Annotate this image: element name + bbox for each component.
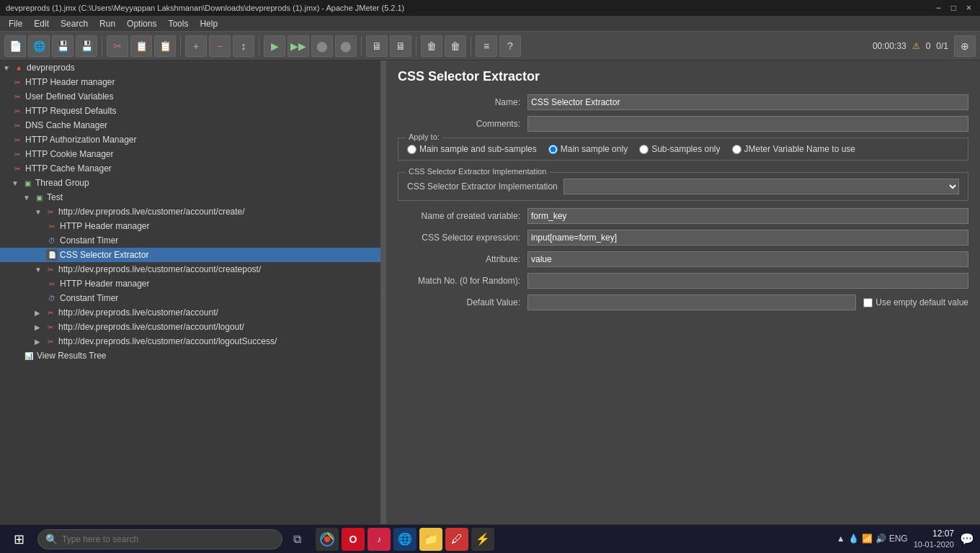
icon-dns-cache: ✂ bbox=[12, 120, 23, 131]
toggle-test[interactable]: ▼ bbox=[23, 194, 32, 202]
radio-main-sub[interactable]: Main sample and sub-samples bbox=[407, 144, 537, 154]
save-as-button[interactable]: 💾 bbox=[76, 35, 97, 57]
run-no-pause[interactable]: ▶▶ bbox=[288, 35, 309, 57]
app-jmeter[interactable]: ⚡ bbox=[471, 528, 494, 551]
tree-item-css-selector[interactable]: 📄 CSS Selector Extractor bbox=[0, 248, 380, 262]
help-button[interactable]: ? bbox=[499, 35, 521, 57]
toggle-button[interactable]: ↕ bbox=[233, 35, 254, 57]
toggle-createpost[interactable]: ▼ bbox=[35, 266, 43, 274]
radio-main-sub-label: Main sample and sub-samples bbox=[419, 144, 537, 154]
tree-item-constant-timer2[interactable]: ⏱ Constant Timer bbox=[0, 291, 380, 305]
notification-button[interactable]: 💬 bbox=[960, 532, 974, 546]
menu-options[interactable]: Options bbox=[121, 17, 162, 30]
tree-item-thread-group[interactable]: ▼ ▣ Thread Group bbox=[0, 176, 380, 190]
css-expr-input[interactable] bbox=[527, 230, 968, 246]
run-button[interactable]: ▶ bbox=[264, 35, 285, 57]
default-value-input[interactable] bbox=[527, 295, 856, 310]
app-chrome[interactable] bbox=[316, 528, 339, 551]
label-view-results: View Results Tree bbox=[37, 351, 107, 361]
save-button[interactable]: 💾 bbox=[52, 35, 74, 57]
cut-button[interactable]: ✂ bbox=[107, 35, 128, 57]
use-empty-label[interactable]: Use empty default value bbox=[863, 297, 968, 307]
tree-item-devpreprods[interactable]: ▼ 🔺 devpreprods bbox=[0, 60, 380, 75]
remote-start[interactable]: 🖥 bbox=[366, 35, 388, 57]
tree-item-http-header[interactable]: ✂ HTTP Header manager bbox=[0, 75, 380, 89]
tree-item-account[interactable]: ▶ ✂ http://dev.preprods.live/customer/ac… bbox=[0, 305, 380, 320]
tree-item-constant-timer[interactable]: ⏱ Constant Timer bbox=[0, 233, 380, 248]
comments-input[interactable] bbox=[527, 116, 968, 132]
tree-item-http-request-defaults[interactable]: ✂ HTTP Request Defaults bbox=[0, 104, 380, 118]
app-explorer[interactable]: 📁 bbox=[419, 528, 442, 551]
remote-engine-button[interactable]: ⊕ bbox=[954, 35, 976, 57]
toggle-account[interactable]: ▶ bbox=[35, 309, 43, 317]
shutdown-button[interactable]: ⬤ bbox=[335, 35, 357, 57]
clear-button[interactable]: 🗑 bbox=[421, 35, 442, 57]
tree-item-http-auth[interactable]: ✂ HTTP Authorization Manager bbox=[0, 132, 380, 147]
collapse-button[interactable]: − bbox=[209, 35, 231, 57]
menu-edit[interactable]: Edit bbox=[28, 17, 55, 30]
radio-sub-only-input[interactable] bbox=[639, 145, 649, 154]
radio-main-only[interactable]: Main sample only bbox=[548, 144, 628, 154]
radio-jmeter-var-input[interactable] bbox=[732, 145, 741, 154]
match-no-input[interactable] bbox=[527, 273, 968, 289]
minimize-button[interactable]: − bbox=[933, 3, 944, 13]
toggle-thread-group[interactable]: ▼ bbox=[12, 179, 20, 187]
name-input[interactable] bbox=[527, 94, 968, 110]
taskview-button[interactable]: ⧉ bbox=[285, 528, 308, 551]
app-opera[interactable]: O bbox=[342, 528, 365, 551]
expand-button[interactable]: + bbox=[185, 35, 207, 57]
menu-tools[interactable]: Tools bbox=[162, 17, 194, 30]
menu-run[interactable]: Run bbox=[94, 17, 121, 30]
taskbar-search-box[interactable]: 🔍 bbox=[37, 529, 282, 549]
copy-button[interactable]: 📋 bbox=[130, 35, 152, 57]
comments-row: Comments: bbox=[398, 116, 968, 132]
clear-all-button[interactable]: 🗑 bbox=[445, 35, 466, 57]
open-button[interactable]: 🌐 bbox=[28, 35, 50, 57]
toggle-devpreprods[interactable]: ▼ bbox=[3, 64, 12, 72]
tree-item-create-account[interactable]: ▼ ✂ http://dev.preprods.live/customer/ac… bbox=[0, 204, 380, 219]
toggle-create-account[interactable]: ▼ bbox=[35, 208, 43, 216]
title-bar-text: devpreprods (1).jmx (C:\Users\Meyyappan … bbox=[6, 4, 404, 12]
use-empty-checkbox[interactable] bbox=[863, 298, 873, 307]
tree-item-logout-success[interactable]: ▶ ✂ http://dev.preprods.live/customer/ac… bbox=[0, 334, 380, 349]
menu-file[interactable]: File bbox=[3, 17, 28, 30]
tray-arrow[interactable]: ▲ bbox=[837, 534, 845, 544]
toggle-logout[interactable]: ▶ bbox=[35, 323, 43, 331]
app-music[interactable]: ♪ bbox=[368, 528, 391, 551]
search-input[interactable] bbox=[62, 534, 275, 544]
tree-item-http-cache[interactable]: ✂ HTTP Cache Manager bbox=[0, 161, 380, 176]
app-browser2[interactable]: 🌐 bbox=[393, 528, 416, 551]
menu-help[interactable]: Help bbox=[194, 17, 223, 30]
label-createpost: http://dev.preprods.live/customer/accoun… bbox=[58, 264, 261, 274]
radio-main-only-input[interactable] bbox=[548, 145, 558, 154]
tree-item-view-results[interactable]: 📊 View Results Tree bbox=[0, 349, 380, 363]
radio-jmeter-var[interactable]: JMeter Variable Name to use bbox=[732, 144, 856, 154]
function-helper[interactable]: ≡ bbox=[476, 35, 497, 57]
app-pen[interactable]: 🖊 bbox=[445, 528, 468, 551]
radio-main-sub-input[interactable] bbox=[407, 145, 416, 154]
maximize-button[interactable]: □ bbox=[948, 3, 959, 13]
tree-item-http-header2[interactable]: ✂ HTTP Header manager bbox=[0, 219, 380, 233]
tree-item-http-cookie[interactable]: ✂ HTTP Cookie Manager bbox=[0, 147, 380, 161]
attribute-input[interactable] bbox=[527, 251, 968, 267]
tree-item-http-header3[interactable]: ✂ HTTP Header manager bbox=[0, 276, 380, 291]
impl-select[interactable] bbox=[564, 179, 959, 194]
tree-item-test[interactable]: ▼ ▣ Test bbox=[0, 190, 380, 204]
remote-stop[interactable]: 🖥 bbox=[390, 35, 411, 57]
stop-button[interactable]: ⬤ bbox=[311, 35, 333, 57]
created-var-input[interactable] bbox=[527, 208, 968, 224]
paste-button[interactable]: 📋 bbox=[154, 35, 176, 57]
tree-item-logout[interactable]: ▶ ✂ http://dev.preprods.live/customer/ac… bbox=[0, 320, 380, 334]
radio-sub-only[interactable]: Sub-samples only bbox=[639, 144, 720, 154]
icon-css-selector: 📄 bbox=[46, 249, 58, 261]
tree-item-user-vars[interactable]: ✂ User Defined Variables bbox=[0, 89, 380, 104]
tree-item-dns-cache[interactable]: ✂ DNS Cache Manager bbox=[0, 118, 380, 132]
tree-item-createpost[interactable]: ▼ ✂ http://dev.preprods.live/customer/ac… bbox=[0, 262, 380, 276]
menu-search[interactable]: Search bbox=[55, 17, 94, 30]
tray-lang: ENG bbox=[889, 534, 908, 544]
start-button[interactable]: ⊞ bbox=[6, 526, 32, 552]
clock-time: 12:07 bbox=[914, 529, 954, 540]
close-button[interactable]: × bbox=[963, 3, 974, 13]
new-button[interactable]: 📄 bbox=[4, 35, 26, 57]
toggle-logout-success[interactable]: ▶ bbox=[35, 338, 43, 346]
